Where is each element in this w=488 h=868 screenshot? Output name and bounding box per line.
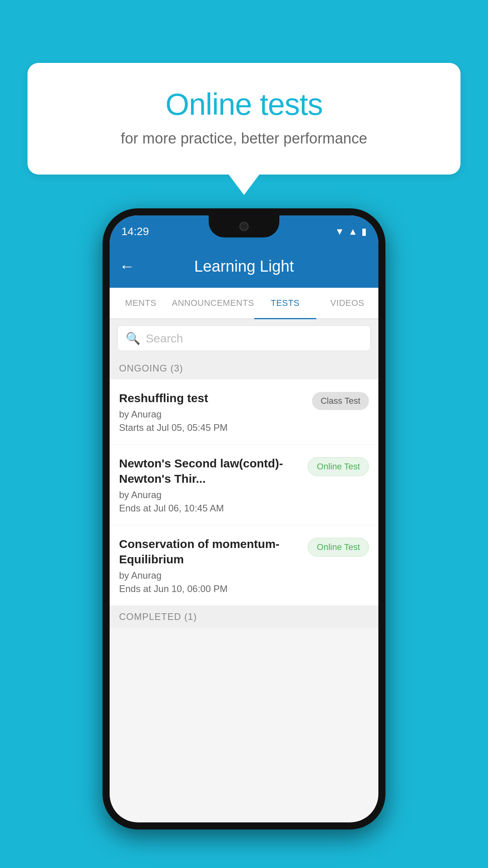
test-item-reshuffling[interactable]: Reshuffling test by Anurag Starts at Jul… bbox=[110, 379, 378, 445]
back-button[interactable]: ← bbox=[119, 257, 135, 275]
test-item-conservation[interactable]: Conservation of momentum-Equilibrium by … bbox=[110, 525, 378, 606]
phone-device: 14:29 ▼ ▲ ▮ ← Learning Light MENTS bbox=[103, 208, 385, 829]
speech-bubble-subtitle: for more practice, better performance bbox=[59, 130, 429, 147]
test-author-newtons: by Anurag bbox=[119, 489, 303, 500]
speech-bubble: Online tests for more practice, better p… bbox=[28, 63, 460, 175]
search-bar[interactable]: 🔍 Search bbox=[117, 326, 371, 351]
test-info-newtons: Newton's Second law(contd)-Newton's Thir… bbox=[119, 456, 303, 514]
test-badge-newtons: Online Test bbox=[308, 457, 369, 476]
tab-tests[interactable]: TESTS bbox=[254, 288, 316, 318]
test-author-conservation: by Anurag bbox=[119, 570, 303, 581]
background: Online tests for more practice, better p… bbox=[0, 0, 488, 868]
signal-icon: ▲ bbox=[348, 226, 358, 237]
phone-notch bbox=[209, 215, 279, 237]
status-icons: ▼ ▲ ▮ bbox=[335, 226, 367, 237]
test-name-newtons: Newton's Second law(contd)-Newton's Thir… bbox=[119, 456, 303, 486]
test-list: Reshuffling test by Anurag Starts at Jul… bbox=[110, 379, 378, 606]
camera-dot bbox=[239, 222, 249, 231]
test-badge-conservation: Online Test bbox=[308, 538, 369, 557]
completed-section-header: COMPLETED (1) bbox=[110, 606, 378, 628]
app-bar: ← Learning Light bbox=[110, 245, 378, 288]
speech-bubble-title: Online tests bbox=[59, 86, 429, 122]
battery-icon: ▮ bbox=[361, 226, 367, 237]
search-placeholder: Search bbox=[146, 332, 183, 345]
ongoing-section-header: ONGOING (3) bbox=[110, 357, 378, 379]
test-time-newtons: Ends at Jul 06, 10:45 AM bbox=[119, 503, 303, 514]
tab-bar: MENTS ANNOUNCEMENTS TESTS VIDEOS bbox=[110, 288, 378, 319]
test-time-reshuffling: Starts at Jul 05, 05:45 PM bbox=[119, 422, 307, 433]
app-bar-title: Learning Light bbox=[143, 257, 345, 275]
tab-announcements[interactable]: ANNOUNCEMENTS bbox=[172, 288, 254, 318]
test-item-newtons[interactable]: Newton's Second law(contd)-Newton's Thir… bbox=[110, 445, 378, 525]
tab-ments[interactable]: MENTS bbox=[110, 288, 172, 318]
completed-label: COMPLETED (1) bbox=[119, 611, 197, 622]
test-badge-reshuffling: Class Test bbox=[312, 392, 369, 410]
test-info-reshuffling: Reshuffling test by Anurag Starts at Jul… bbox=[119, 390, 307, 433]
tab-videos[interactable]: VIDEOS bbox=[316, 288, 378, 318]
phone-screen: 14:29 ▼ ▲ ▮ ← Learning Light MENTS bbox=[110, 215, 378, 822]
ongoing-label: ONGOING (3) bbox=[119, 363, 183, 373]
search-icon: 🔍 bbox=[126, 331, 140, 345]
search-container: 🔍 Search bbox=[110, 319, 378, 357]
wifi-icon: ▼ bbox=[335, 226, 344, 237]
test-info-conservation: Conservation of momentum-Equilibrium by … bbox=[119, 536, 303, 594]
test-name-reshuffling: Reshuffling test bbox=[119, 390, 307, 406]
test-time-conservation: Ends at Jun 10, 06:00 PM bbox=[119, 583, 303, 594]
test-author-reshuffling: by Anurag bbox=[119, 409, 307, 420]
test-name-conservation: Conservation of momentum-Equilibrium bbox=[119, 536, 303, 567]
status-time: 14:29 bbox=[121, 225, 149, 238]
